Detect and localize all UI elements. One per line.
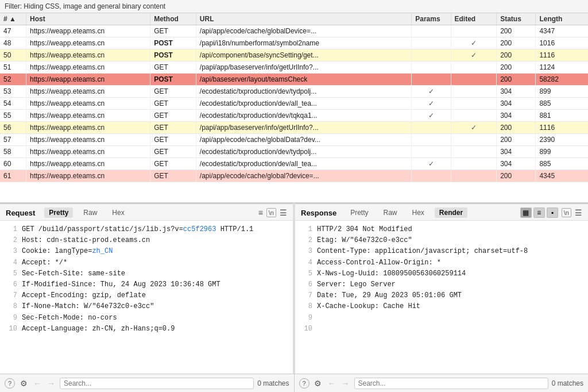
- col-header-status[interactable]: Status: [497, 13, 536, 25]
- tab-response-raw[interactable]: Raw: [378, 207, 401, 218]
- table-cell: POST: [150, 37, 196, 49]
- table-row[interactable]: 60https://weapp.eteams.cnGET/ecodestatic…: [0, 158, 588, 170]
- matches-label-left: 0 matches: [257, 379, 289, 387]
- search-input-right[interactable]: [354, 378, 548, 389]
- question-icon-left[interactable]: ?: [5, 378, 15, 389]
- table-cell: [412, 25, 451, 37]
- table-cell: 55: [0, 110, 26, 122]
- table-cell: /ecodestatic/txproduction/dev/tydpolj...: [196, 146, 411, 158]
- forward-icon-right[interactable]: →: [341, 378, 351, 389]
- question-icon-right[interactable]: ?: [299, 378, 310, 389]
- tab-response-hex[interactable]: Hex: [408, 207, 429, 218]
- tab-response-pretty[interactable]: Pretty: [346, 207, 373, 218]
- table-cell: 899: [536, 146, 588, 158]
- request-line: 4Accept: */*: [6, 258, 287, 268]
- request-line: 6If-Modified-Since: Thu, 24 Aug 2023 10:…: [6, 279, 287, 290]
- request-icon-list1[interactable]: ≡: [258, 208, 263, 217]
- back-icon-left[interactable]: ←: [32, 378, 42, 389]
- table-header: # ▲ Host Method URL Params Edited Status…: [0, 13, 588, 25]
- table-cell: ✓: [412, 110, 451, 122]
- table-row[interactable]: 58https://weapp.eteams.cnGET/ecodestatic…: [0, 146, 588, 158]
- table-cell: https://weapp.eteams.cn: [26, 158, 150, 170]
- matches-label-right: 0 matches: [552, 379, 583, 387]
- request-line: 7Accept-Encoding: gzip, deflate: [6, 290, 287, 301]
- response-icon-list2[interactable]: ☰: [575, 208, 582, 217]
- table-cell: 4345: [536, 170, 588, 182]
- search-input-left[interactable]: [60, 378, 254, 389]
- response-line: 5X-Nws-Log-Uuid: 10809500563060259114: [301, 268, 582, 279]
- table-cell: https://weapp.eteams.cn: [26, 74, 150, 86]
- table-row[interactable]: 55https://weapp.eteams.cnGET/ecodestatic…: [0, 110, 588, 122]
- settings-icon-left[interactable]: ⚙: [18, 378, 29, 389]
- tab-request-pretty[interactable]: Pretty: [44, 207, 73, 218]
- table-cell: GET: [150, 158, 196, 170]
- tab-response-render[interactable]: Render: [435, 207, 467, 218]
- table-cell: [451, 25, 497, 37]
- table-cell: 51: [0, 62, 26, 74]
- col-header-method[interactable]: Method: [150, 13, 196, 25]
- table-cell: ✓: [451, 37, 497, 49]
- table-body: 47https://weapp.eteams.cnGET/api/app/eco…: [0, 25, 588, 182]
- table-cell: /api/app/ecode/cache/globalDevice=...: [196, 25, 411, 37]
- request-panel: Request Pretty Raw Hex ≡ \n ☰ 1GET /buil…: [0, 203, 293, 374]
- col-header-length[interactable]: Length: [536, 13, 588, 25]
- col-header-host[interactable]: Host: [26, 13, 150, 25]
- table-row[interactable]: 48https://weapp.eteams.cnPOST/papi/i18n/…: [0, 37, 588, 49]
- table-cell: https://weapp.eteams.cn: [26, 122, 150, 134]
- table-cell: https://weapp.eteams.cn: [26, 49, 150, 62]
- table-cell: https://weapp.eteams.cn: [26, 86, 150, 98]
- response-icon-grid[interactable]: ▦: [520, 207, 532, 218]
- response-line: 8X-Cache-Lookup: Cache Hit: [301, 301, 582, 312]
- settings-icon-right[interactable]: ⚙: [313, 378, 323, 389]
- table-cell: GET: [150, 62, 196, 74]
- table-row[interactable]: 47https://weapp.eteams.cnGET/api/app/eco…: [0, 25, 588, 37]
- table-cell: GET: [150, 25, 196, 37]
- table-row[interactable]: 50https://weapp.eteams.cnPOST/api/compon…: [0, 49, 588, 62]
- table-cell: [412, 170, 451, 182]
- response-toolbar-icons: ▦ ≡ ▪ \n ☰: [520, 207, 582, 218]
- table-cell: [412, 74, 451, 86]
- table-row[interactable]: 57https://weapp.eteams.cnGET/api/app/eco…: [0, 134, 588, 146]
- request-content: 1GET /build/passport/static/js/lib.js?v=…: [0, 221, 293, 374]
- col-header-params[interactable]: Params: [412, 13, 451, 25]
- col-header-url[interactable]: URL: [196, 13, 411, 25]
- response-icon-newline[interactable]: \n: [562, 208, 571, 217]
- table-cell: 57: [0, 134, 26, 146]
- request-icon-list2[interactable]: ☰: [280, 208, 287, 217]
- table-cell: 56: [0, 122, 26, 134]
- tab-request-raw[interactable]: Raw: [79, 207, 102, 218]
- table-cell: https://weapp.eteams.cn: [26, 25, 150, 37]
- col-header-edited[interactable]: Edited: [451, 13, 497, 25]
- table-row[interactable]: 61https://weapp.eteams.cnGET/api/app/eco…: [0, 170, 588, 182]
- filter-text: Filter: Hiding CSS, image and general bi…: [5, 2, 165, 10]
- table-row[interactable]: 53https://weapp.eteams.cnGET/ecodestatic…: [0, 86, 588, 98]
- request-line: 3Cookie: langType=zh_CN: [6, 246, 287, 257]
- table-row[interactable]: 51https://weapp.eteams.cnGET/papi/app/ba…: [0, 62, 588, 74]
- table-row[interactable]: 54https://weapp.eteams.cnGET/ecodestatic…: [0, 98, 588, 110]
- table-cell: 885: [536, 98, 588, 110]
- request-icon-newline[interactable]: \n: [266, 208, 276, 217]
- table-cell: 2390: [536, 134, 588, 146]
- table-cell: ✓: [412, 86, 451, 98]
- forward-icon-left[interactable]: →: [46, 378, 56, 389]
- response-icon-list[interactable]: ≡: [533, 207, 545, 218]
- network-table-container: # ▲ Host Method URL Params Edited Status…: [0, 13, 588, 203]
- table-row[interactable]: 52https://weapp.eteams.cnPOST/api/basese…: [0, 74, 588, 86]
- table-cell: 200: [497, 170, 536, 182]
- table-row[interactable]: 56https://weapp.eteams.cnGET/papi/app/ba…: [0, 122, 588, 134]
- back-icon-right[interactable]: ←: [327, 378, 337, 389]
- table-cell: 200: [497, 74, 536, 86]
- table-cell: [451, 170, 497, 182]
- table-cell: /papi/app/baseserver/info/getUrlInfo?...: [196, 62, 411, 74]
- table-cell: https://weapp.eteams.cn: [26, 146, 150, 158]
- response-icon-panel[interactable]: ▪: [547, 207, 558, 218]
- response-line: 4Access-Control-Allow-Origin: *: [301, 258, 582, 268]
- table-cell: POST: [150, 49, 196, 62]
- table-cell: 304: [497, 146, 536, 158]
- table-cell: 200: [497, 25, 536, 37]
- network-table: # ▲ Host Method URL Params Edited Status…: [0, 13, 588, 182]
- request-line: 9Sec-Fetch-Mode: no-cors: [6, 313, 287, 324]
- table-cell: 304: [497, 86, 536, 98]
- tab-request-hex[interactable]: Hex: [107, 207, 129, 218]
- table-cell: [412, 134, 451, 146]
